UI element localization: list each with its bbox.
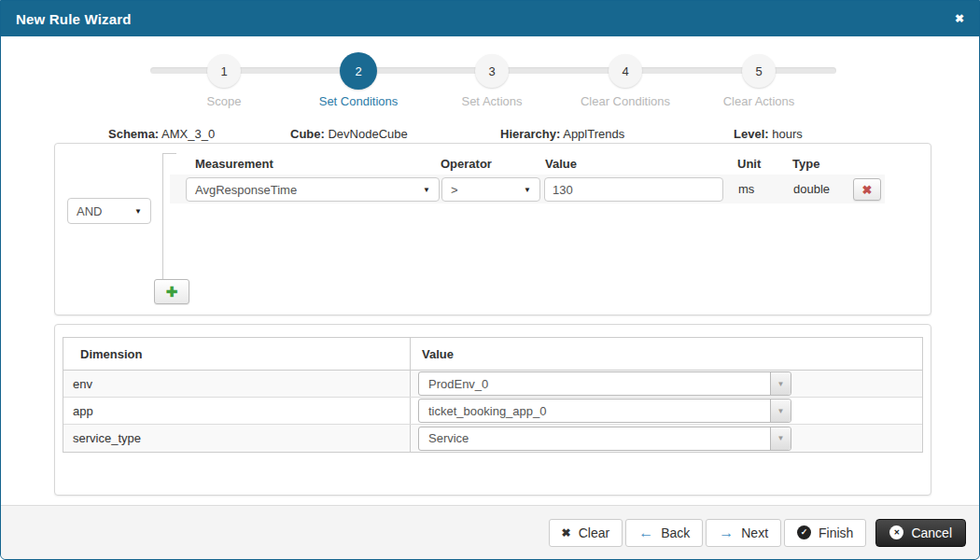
context-schema-label: Schema: — [108, 127, 159, 141]
dimension-value-select-app[interactable]: ticket_booking_app_0 ▼ — [418, 399, 791, 423]
back-button[interactable]: ← Back — [625, 519, 703, 547]
step-number: 2 — [355, 64, 361, 78]
add-plus-icon: ✚ — [166, 284, 178, 301]
group-bracket-line — [162, 153, 163, 280]
step-label-set-actions[interactable]: Set Actions — [422, 94, 562, 108]
cancel-button-label: Cancel — [911, 525, 952, 540]
measurement-select[interactable]: AvgResponseTime ▼ — [186, 177, 440, 202]
next-arrow-icon: → — [719, 525, 734, 540]
back-button-label: Back — [661, 525, 690, 540]
column-header-operator: Operator — [441, 157, 492, 171]
chevron-down-icon[interactable]: ▼ — [770, 399, 791, 422]
context-cube-label: Cube: — [290, 127, 325, 141]
close-icon[interactable]: ✖ — [955, 13, 964, 24]
context-schema-value: AMX_3_0 — [161, 127, 215, 141]
dialog-footer: ✖ Clear ← Back → Next ✓ Finish ✕ Cancel — [1, 505, 979, 559]
table-row: app ticket_booking_app_0 ▼ — [63, 398, 922, 425]
next-button[interactable]: → Next — [706, 519, 781, 547]
new-rule-wizard-dialog: New Rule Wizard ✖ 1 2 3 4 5 Scope Set Co… — [0, 0, 980, 560]
step-number: 4 — [622, 64, 628, 78]
step-label-clear-actions[interactable]: Clear Actions — [689, 94, 829, 108]
table-row: service_type Service ▼ — [63, 425, 922, 452]
column-header-dimension: Dimension — [63, 338, 411, 370]
context-hierarchy-value: ApplTrends — [563, 127, 624, 141]
context-level-value: hours — [772, 127, 803, 141]
column-header-dimension-value: Value — [411, 338, 922, 370]
context-level-label: Level: — [734, 127, 769, 141]
value-input[interactable] — [544, 177, 723, 202]
finish-check-icon: ✓ — [797, 525, 811, 539]
clear-button-label: Clear — [579, 525, 609, 540]
measurement-value: AvgResponseTime — [195, 183, 297, 197]
caret-glyph: ▼ — [777, 380, 785, 388]
operator-value: > — [451, 183, 458, 197]
context-cube-value: DevNodeCube — [328, 127, 407, 141]
context-hierarchy-label: Hierarchy: — [500, 127, 560, 141]
dimensions-panel: Dimension Value env ProdEnv_0 ▼ app tick… — [54, 324, 931, 496]
column-header-measurement: Measurement — [195, 157, 273, 171]
chevron-down-icon[interactable]: ▼ — [770, 427, 791, 450]
step-label-clear-conditions[interactable]: Clear Conditions — [555, 94, 695, 108]
next-button-label: Next — [741, 525, 768, 540]
step-label-set-conditions[interactable]: Set Conditions — [288, 94, 428, 108]
add-condition-button[interactable]: ✚ — [154, 279, 189, 304]
caret-glyph: ▼ — [777, 434, 785, 442]
dimension-name: service_type — [63, 425, 411, 452]
logic-operator-select[interactable]: AND ▼ — [67, 198, 151, 224]
operator-select[interactable]: > ▼ — [441, 177, 540, 202]
dimension-value-select-env[interactable]: ProdEnv_0 ▼ — [418, 371, 791, 396]
step-circle-set-conditions[interactable]: 2 — [340, 52, 377, 90]
dimension-value: ticket_booking_app_0 — [428, 404, 547, 418]
chevron-down-icon: ▼ — [134, 207, 142, 216]
logic-operator-value: AND — [77, 204, 102, 218]
back-arrow-icon: ← — [638, 525, 653, 540]
step-number: 1 — [220, 64, 227, 78]
dimension-value: ProdEnv_0 — [428, 377, 488, 391]
context-level: Level: hours — [734, 127, 803, 141]
cancel-x-icon: ✕ — [889, 525, 903, 539]
unit-value: ms — [738, 182, 754, 196]
finish-button-label: Finish — [819, 525, 853, 540]
step-number: 3 — [488, 64, 495, 78]
dialog-header: New Rule Wizard ✖ — [1, 1, 979, 36]
context-cube: Cube: DevNodeCube — [290, 127, 408, 141]
caret-glyph: ▼ — [777, 407, 785, 415]
chevron-down-icon[interactable]: ▼ — [770, 372, 791, 395]
type-value: double — [793, 182, 830, 196]
clear-x-icon: ✖ — [562, 526, 571, 539]
dimension-value: Service — [428, 431, 469, 445]
column-header-unit: Unit — [737, 157, 761, 171]
step-circle-clear-conditions[interactable]: 4 — [609, 54, 642, 88]
cancel-button[interactable]: ✕ Cancel — [875, 519, 966, 547]
conditions-panel: AND ▼ Measurement Operator Value Unit Ty… — [54, 143, 931, 315]
context-hierarchy: Hierarchy: ApplTrends — [500, 127, 624, 141]
dimensions-table: Dimension Value env ProdEnv_0 ▼ app tick… — [63, 337, 923, 453]
chevron-down-icon: ▼ — [524, 186, 531, 194]
finish-button[interactable]: ✓ Finish — [784, 519, 866, 547]
delete-x-icon: ✖ — [862, 183, 873, 197]
delete-condition-button[interactable]: ✖ — [853, 178, 881, 201]
dimension-name: env — [63, 371, 411, 397]
chevron-down-icon: ▼ — [423, 186, 430, 194]
dimensions-table-header: Dimension Value — [63, 338, 922, 371]
step-label-scope[interactable]: Scope — [154, 94, 294, 108]
context-schema: Schema: AMX_3_0 — [108, 127, 215, 141]
step-circle-set-actions[interactable]: 3 — [475, 54, 509, 88]
step-number: 5 — [755, 64, 762, 78]
clear-button[interactable]: ✖ Clear — [549, 519, 623, 547]
dialog-title: New Rule Wizard — [16, 11, 132, 27]
dimension-name: app — [63, 398, 411, 424]
column-header-value: Value — [545, 157, 577, 171]
dimension-value-select-service-type[interactable]: Service ▼ — [418, 427, 791, 451]
table-row: env ProdEnv_0 ▼ — [63, 371, 922, 398]
step-circle-clear-actions[interactable]: 5 — [742, 54, 776, 88]
column-header-type: Type — [792, 157, 819, 171]
group-bracket-line — [162, 153, 176, 154]
step-circle-scope[interactable]: 1 — [207, 54, 241, 88]
